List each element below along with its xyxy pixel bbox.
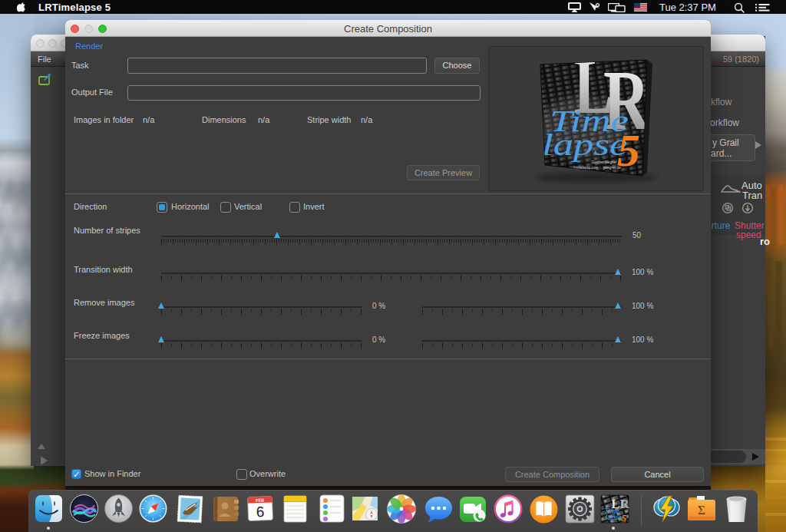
svg-text:FEB: FEB (256, 497, 264, 502)
svg-text:5: 5 (622, 512, 627, 524)
svg-text:lapse: lapse (605, 513, 622, 521)
svg-text:lapse: lapse (542, 127, 627, 161)
svg-text:6: 6 (256, 504, 265, 520)
svg-text:Gunther Wegner: Gunther Wegner (591, 160, 617, 164)
svg-text:Σ: Σ (698, 503, 705, 517)
